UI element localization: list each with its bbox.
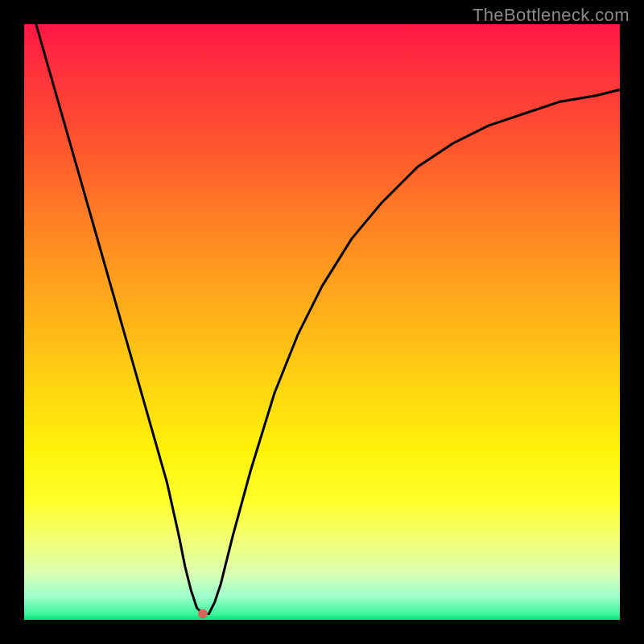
- bottleneck-curve: [36, 24, 620, 614]
- minimum-marker: [198, 609, 208, 619]
- curve-svg: [24, 24, 620, 620]
- plot-area: [24, 24, 620, 620]
- watermark-text: TheBottleneck.com: [473, 5, 630, 26]
- chart-stage: TheBottleneck.com: [0, 0, 644, 644]
